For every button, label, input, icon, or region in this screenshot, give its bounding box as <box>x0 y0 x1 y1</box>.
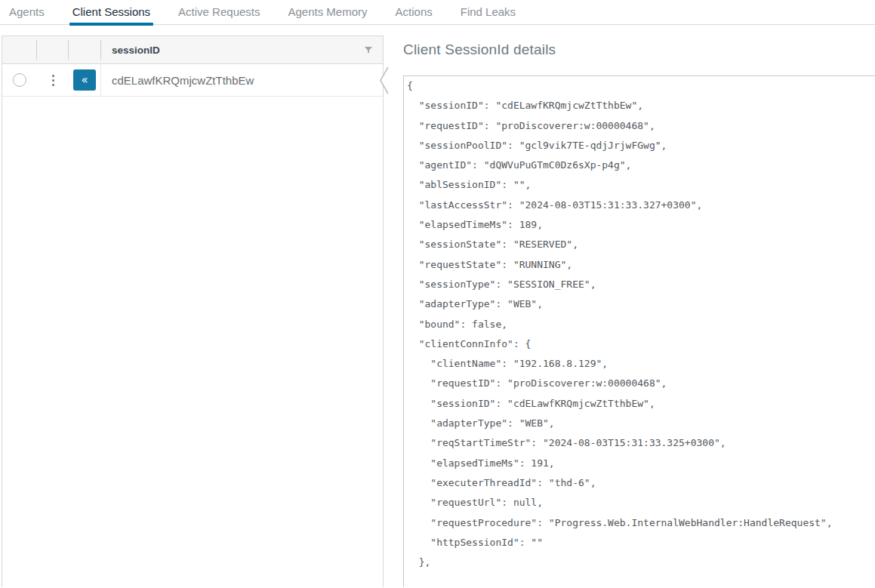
header-action-column <box>69 36 101 63</box>
session-id-value: cdELawfKRQmjcwZtTthbEw <box>112 74 254 87</box>
grid-header: sessionID <box>2 36 383 64</box>
tab-bar: Agents Client Sessions Active Requests A… <box>0 0 875 25</box>
session-row[interactable]: « cdELawfKRQmjcwZtTthbEw <box>2 64 383 97</box>
details-title: Client SessionId details <box>403 42 875 58</box>
session-json-box[interactable]: { "sessionID": "cdELawfKRQmjcwZtTthbEw",… <box>403 75 875 587</box>
tab-actions[interactable]: Actions <box>394 0 434 25</box>
sessions-grid-pane: sessionID « cdELawfKRQmjcwZtTthbEw <box>2 35 384 587</box>
main-split: sessionID « cdELawfKRQmjcwZtTthbEw <box>0 25 875 587</box>
splitter-collapse-handle[interactable] <box>377 64 389 97</box>
session-json-content: { "sessionID": "cdELawfKRQmjcwZtTthbEw",… <box>404 76 875 572</box>
tab-agents-memory[interactable]: Agents Memory <box>286 0 368 25</box>
sessionid-column-title: sessionID <box>112 45 160 56</box>
header-sessionid-column[interactable]: sessionID <box>101 36 383 63</box>
row-menu-icon[interactable] <box>49 72 57 89</box>
details-pane: Client SessionId details { "sessionID": … <box>384 25 875 587</box>
header-menu-column <box>37 36 69 63</box>
header-select-column <box>2 36 37 63</box>
tab-agents[interactable]: Agents <box>8 0 46 25</box>
tab-active-requests[interactable]: Active Requests <box>177 0 261 25</box>
filter-icon[interactable] <box>363 45 374 55</box>
row-collapse-button[interactable]: « <box>73 69 96 91</box>
tab-client-sessions[interactable]: Client Sessions <box>71 0 152 25</box>
tab-find-leaks[interactable]: Find Leaks <box>459 0 517 25</box>
row-radio-button[interactable] <box>13 73 26 87</box>
chevron-left-icon <box>377 64 389 97</box>
